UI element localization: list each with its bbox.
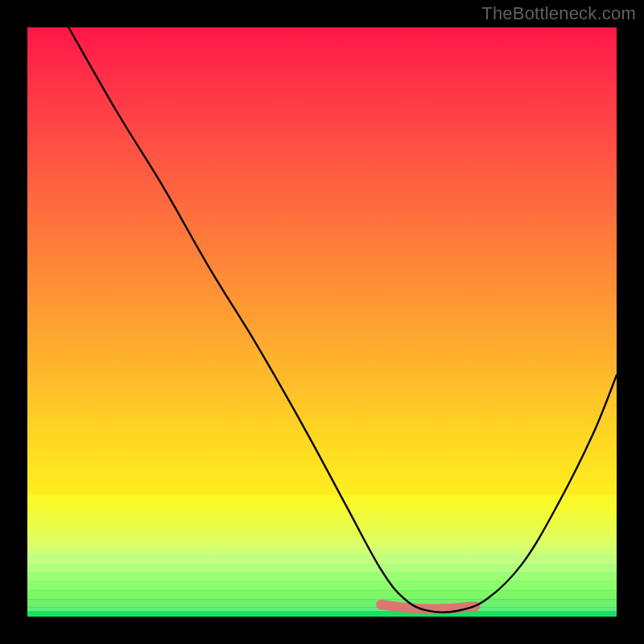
green-bottom-strip xyxy=(27,611,617,617)
plot-area xyxy=(27,27,617,617)
watermark-text: TheBottleneck.com xyxy=(481,3,636,24)
chart-container: TheBottleneck.com xyxy=(0,0,644,644)
gradient-background xyxy=(27,27,617,617)
